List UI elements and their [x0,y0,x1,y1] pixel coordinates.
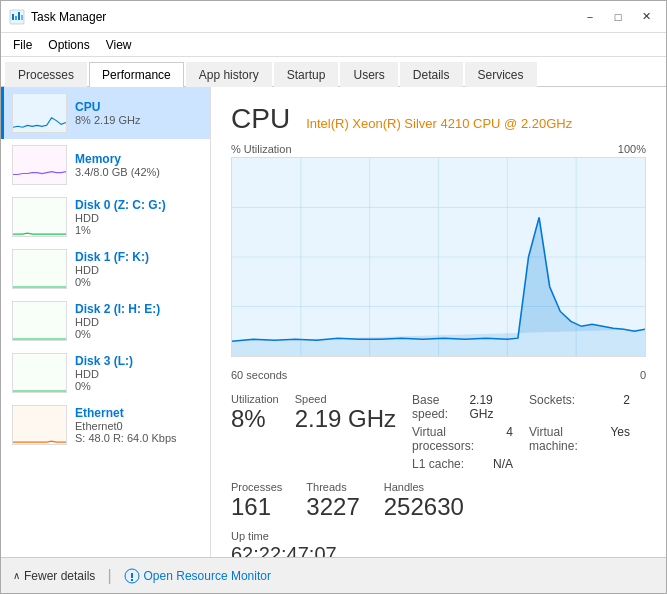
virtual-processors-label: Virtual processors: [412,425,506,453]
chevron-up-icon: ∧ [13,570,20,581]
ethernet-label: Ethernet [75,406,202,420]
fewer-details-label: Fewer details [24,569,95,583]
disk2-thumbnail [12,301,67,341]
processes-stat: Processes 161 [231,481,282,522]
handles-stat: Handles 252630 [384,481,464,522]
processes-label: Processes [231,481,282,493]
svg-rect-22 [131,573,133,578]
utilization-label: Utilization [231,393,279,405]
sidebar-item-cpu[interactable]: CPU 8% 2.19 GHz [1,87,210,139]
chart-x-right: 0 [640,369,646,381]
speed-value: 2.19 GHz [295,405,396,434]
disk0-sub1: HDD [75,212,202,224]
uptime-value: 62:22:47:07 [231,542,646,557]
svg-rect-2 [15,16,17,20]
virtual-processors-value: 4 [506,425,513,453]
sidebar-item-disk0[interactable]: Disk 0 (Z: C: G:) HDD 1% [1,191,210,243]
menu-file[interactable]: File [5,36,40,54]
handles-value: 252630 [384,493,464,522]
disk0-thumbnail [12,197,67,237]
detail-title: CPU [231,103,290,135]
disk3-sub2: 0% [75,380,202,392]
sidebar-item-ethernet[interactable]: Ethernet Ethernet0 S: 48.0 R: 64.0 Kbps [1,399,210,451]
svg-rect-11 [13,406,66,444]
handles-label: Handles [384,481,464,493]
detail-panel: CPU Intel(R) Xeon(R) Silver 4210 CPU @ 2… [211,87,666,557]
menu-options[interactable]: Options [40,36,97,54]
sidebar-item-memory[interactable]: Memory 3.4/8.0 GB (42%) [1,139,210,191]
l1-cache-row: L1 cache: N/A [412,457,529,471]
cpu-thumbnail [12,93,67,133]
cpu-label: CPU [75,100,202,114]
svg-rect-6 [13,146,66,184]
maximize-button[interactable]: □ [606,7,630,27]
chart-labels-bottom: 60 seconds 0 [231,369,646,381]
open-resource-monitor-link[interactable]: Open Resource Monitor [124,568,271,584]
app-icon [9,9,25,25]
menu-view[interactable]: View [98,36,140,54]
detail-subtitle: Intel(R) Xeon(R) Silver 4210 CPU @ 2.20G… [306,116,572,131]
title-bar: Task Manager − □ ✕ [1,1,666,33]
sidebar: CPU 8% 2.19 GHz Memory 3.4/8.0 GB (42%) [1,87,211,557]
close-button[interactable]: ✕ [634,7,658,27]
threads-label: Threads [306,481,359,493]
tab-startup[interactable]: Startup [274,62,339,87]
fewer-details-button[interactable]: ∧ Fewer details [13,569,95,583]
ethernet-sub2: S: 48.0 R: 64.0 Kbps [75,432,202,444]
disk0-info: Disk 0 (Z: C: G:) HDD 1% [75,198,202,236]
cpu-stats: 8% 2.19 GHz [75,114,202,126]
tab-performance[interactable]: Performance [89,62,184,87]
disk3-sub1: HDD [75,368,202,380]
disk1-thumbnail [12,249,67,289]
svg-rect-10 [13,354,66,392]
right-info-panel: Base speed: 2.19 GHz Sockets: 2 Virtual … [412,393,646,471]
virtual-machine-row: Virtual machine: Yes [529,425,646,453]
chart-y-label: % Utilization [231,143,292,155]
ethernet-sub1: Ethernet0 [75,420,202,432]
memory-stats: 3.4/8.0 GB (42%) [75,166,202,178]
info-grid: Base speed: 2.19 GHz Sockets: 2 Virtual … [412,393,646,471]
uptime-label: Up time [231,530,646,542]
footer-divider: | [107,567,111,585]
detail-header: CPU Intel(R) Xeon(R) Silver 4210 CPU @ 2… [231,103,646,135]
svg-rect-23 [131,579,133,581]
speed-stat: Speed 2.19 GHz [295,393,396,471]
utilization-stat: Utilization 8% [231,393,279,471]
title-bar-left: Task Manager [9,9,106,25]
sidebar-item-disk1[interactable]: Disk 1 (F: K:) HDD 0% [1,243,210,295]
speed-label: Speed [295,393,396,405]
utilization-value: 8% [231,405,279,434]
tab-processes[interactable]: Processes [5,62,87,87]
tab-users[interactable]: Users [340,62,397,87]
tab-services[interactable]: Services [465,62,537,87]
main-content: CPU 8% 2.19 GHz Memory 3.4/8.0 GB (42%) [1,87,666,557]
threads-stat: Threads 3227 [306,481,359,522]
virtual-processors-row: Virtual processors: 4 [412,425,529,453]
tab-bar: Processes Performance App history Startu… [1,57,666,87]
sidebar-item-disk2[interactable]: Disk 2 (I: H: E:) HDD 0% [1,295,210,347]
tab-details[interactable]: Details [400,62,463,87]
task-manager-window: Task Manager − □ ✕ File Options View Pro… [0,0,667,594]
disk2-info: Disk 2 (I: H: E:) HDD 0% [75,302,202,340]
l1-cache-value: N/A [493,457,513,471]
virtual-machine-label: Virtual machine: [529,425,610,453]
l1-cache-label: L1 cache: [412,457,464,471]
base-speed-label: Base speed: [412,393,469,421]
cpu-info: CPU 8% 2.19 GHz [75,100,202,126]
disk2-sub2: 0% [75,328,202,340]
base-speed-value: 2.19 GHz [469,393,513,421]
svg-rect-3 [18,12,20,20]
disk1-sub1: HDD [75,264,202,276]
minimize-button[interactable]: − [578,7,602,27]
ethernet-thumbnail [12,405,67,445]
tab-app-history[interactable]: App history [186,62,272,87]
disk2-label: Disk 2 (I: H: E:) [75,302,202,316]
threads-value: 3227 [306,493,359,522]
menu-bar: File Options View [1,33,666,57]
resource-monitor-label: Open Resource Monitor [144,569,271,583]
disk0-label: Disk 0 (Z: C: G:) [75,198,202,212]
chart-y-max: 100% [618,143,646,155]
sidebar-item-disk3[interactable]: Disk 3 (L:) HDD 0% [1,347,210,399]
resource-monitor-icon [124,568,140,584]
disk1-label: Disk 1 (F: K:) [75,250,202,264]
